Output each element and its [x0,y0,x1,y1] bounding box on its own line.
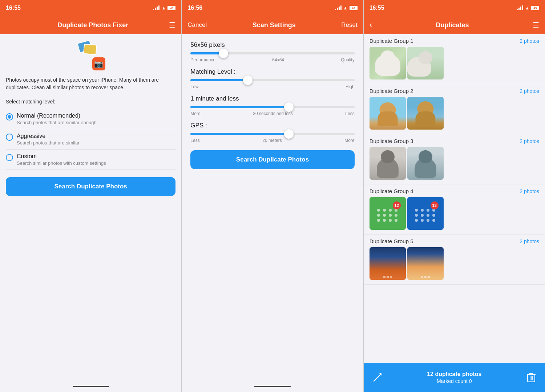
wand-button[interactable] [371,371,384,384]
group2-photo-1[interactable] [370,97,406,130]
group4-header: Duplicate Group 4 2 photos [364,184,545,197]
duplicate-group-3[interactable]: Duplicate Group 3 2 photos [364,134,545,184]
group2-title: Duplicate Group 2 [370,88,413,94]
radio-subtitle-custom: Search similar photos with custom settin… [17,160,106,166]
group1-title: Duplicate Group 1 [370,38,413,44]
pixel-slider-thumb[interactable] [219,49,228,58]
group3-count: 2 photos [520,138,539,144]
radio-circle-normal[interactable] [6,113,13,121]
radio-option-normal[interactable]: Normal (Recommended) Search photos that … [6,109,175,129]
radio-text-custom: Custom Search similar photos with custom… [17,153,106,166]
camera-icon: 📷 [92,57,105,70]
group2-count: 2 photos [520,88,539,94]
duplicate-group-1[interactable]: Duplicate Group 1 2 photos [364,34,545,84]
panel-scan-settings: 16:56 ▲ 49 Cancel Scan Settings Reset 56… [182,0,363,392]
header-panel2: Cancel Scan Settings Reset [182,16,363,34]
status-bar-panel1: 16:55 ▲ 49 [0,0,181,16]
status-icons-panel1: ▲ 49 [153,5,175,11]
group2-photo-2[interactable] [407,97,444,130]
radio-text-aggressive: Aggressive Search photos that are simila… [17,133,80,146]
panel2-content: 56x56 pixels Performance 64x64 Quality M… [182,34,363,381]
wifi-icon: ▲ [161,5,166,11]
wifi-icon-p2: ▲ [343,5,348,11]
header-panel3: ‹ Duplicates ☰ [364,16,545,34]
reset-button[interactable]: Reset [341,21,357,29]
time-panel2: 16:56 [187,5,202,11]
time-slider-container [190,106,354,108]
duplicates-list: Duplicate Group 1 2 photos [364,34,545,363]
calendar-green: 12 [370,197,406,230]
home-bar-panel1 [73,386,109,387]
pixel-slider-labels: Performance 64x64 Quality [190,57,354,62]
home-bar-panel2 [254,386,291,387]
gray-dog-photo-1 [370,147,406,180]
panel-main: 16:55 ▲ 49 Duplicate Photos Fixer ☰ 📷 [0,0,181,392]
dog-head-2 [419,51,432,64]
gps-label: GPS : [190,122,354,129]
menu-icon[interactable]: ☰ [169,21,175,29]
time-slider-track[interactable] [190,106,354,108]
delete-button[interactable] [525,371,538,384]
group5-photos [364,247,545,284]
select-label: Select matching level: [6,99,175,105]
group3-title: Duplicate Group 3 [370,138,413,144]
gps-slider-container [190,133,354,135]
search-btn-panel2[interactable]: Search Duplicate Photos [190,150,354,169]
matching-slider-track[interactable] [190,79,354,81]
radio-title-custom: Custom [17,153,106,160]
pixel-label-left: Performance [190,57,215,62]
matching-label-left: Low [190,84,198,89]
time-slider-thumb[interactable] [284,102,294,112]
yellow-dog-photo-2 [407,97,444,130]
group3-photo-2[interactable] [407,147,444,180]
time-slider-labels: More 30 seconds and less Less [190,111,354,116]
radio-option-custom[interactable]: Custom Search similar photos with custom… [6,150,175,170]
time-slider-fill [190,106,289,108]
group4-photo-2[interactable]: 13 [407,197,444,230]
group4-photo-1[interactable]: 12 [370,197,406,230]
group1-photo-1[interactable] [370,47,406,79]
time-label-center: 30 seconds and less [253,111,292,116]
duplicates-title: Duplicates [436,21,469,29]
time-panel1: 16:55 [6,5,21,11]
pixel-slider-track[interactable] [190,52,354,54]
wand-icon [372,372,383,383]
gps-label-center: 20 meters [262,138,282,143]
gps-slider-fill [190,133,289,135]
header-panel1: Duplicate Photos Fixer ☰ [0,16,181,34]
menu-icon-p3[interactable]: ☰ [533,21,539,29]
yd-body-2 [415,111,435,126]
gps-slider-track[interactable] [190,133,354,135]
yd-body-1 [378,111,397,126]
gps-label-right: More [344,138,354,143]
status-bar-panel2: 16:56 ▲ 49 [182,0,363,16]
radio-circle-custom[interactable] [6,154,13,161]
group3-photos [364,147,545,184]
group5-count: 2 photos [520,238,539,244]
search-btn-panel1[interactable]: Search Duplicate Photos [6,177,175,196]
dog-head-1 [380,50,395,64]
matching-slider-thumb[interactable] [243,75,253,85]
svg-line-5 [379,373,379,374]
duplicate-group-5[interactable]: Duplicate Group 5 2 photos [364,234,545,285]
group5-photo-1[interactable] [370,247,406,280]
radio-option-aggressive[interactable]: Aggressive Search photos that are simila… [6,129,175,150]
duplicate-group-4[interactable]: Duplicate Group 4 2 photos 12 [364,184,545,234]
panel-duplicates: 16:55 ▲ 49 ‹ Duplicates ☰ Duplicate Grou… [364,0,545,392]
group3-photo-1[interactable] [370,147,406,180]
radio-subtitle-normal: Search photos that are similar enough [17,120,97,125]
group5-photo-2[interactable] [407,247,444,280]
status-icons-panel2: ▲ 49 [335,5,358,11]
cancel-button[interactable]: Cancel [187,21,207,29]
gps-slider-thumb[interactable] [284,129,294,139]
group1-photo-2[interactable] [407,47,444,79]
duplicate-group-2[interactable]: Duplicate Group 2 2 photos [364,84,545,134]
matching-slider-fill [190,79,248,81]
yellow-dog-photo-1 [370,97,406,130]
radio-circle-aggressive[interactable] [6,134,13,141]
scan-settings-title: Scan Settings [253,21,296,29]
panel1-content: 📷 Photos occupy most of the space on you… [0,34,181,381]
back-button[interactable]: ‹ [370,20,372,30]
group2-header: Duplicate Group 2 2 photos [364,84,545,97]
pixel-label-right: Quality [341,57,354,62]
